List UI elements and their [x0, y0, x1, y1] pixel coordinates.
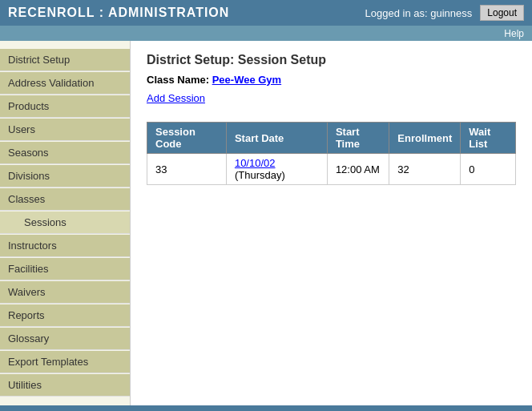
sidebar-item-divisions[interactable]: Divisions	[0, 165, 130, 187]
table-body: 3310/10/02 (Thursday)12:00 AM320	[147, 154, 516, 185]
add-session-link[interactable]: Add Session	[147, 92, 205, 104]
table-header: Session CodeStart DateStart TimeEnrollme…	[147, 123, 516, 154]
sidebar-item-waivers[interactable]: Waivers	[0, 281, 130, 304]
sidebar: District SetupAddress ValidationProducts…	[0, 41, 131, 405]
table-col-enrollment: Enrollment	[389, 123, 461, 154]
sidebar-item-users[interactable]: Users	[0, 119, 130, 141]
content-area: District Setup: Session Setup Class Name…	[131, 41, 532, 405]
help-link[interactable]: Help	[504, 28, 524, 39]
table-col-start-date: Start Date	[226, 123, 327, 154]
logged-in-label: Logged in as: guinness	[365, 7, 473, 19]
app-title: RECENROLL : ADMINISTRATION	[8, 6, 229, 20]
sidebar-item-instructors[interactable]: Instructors	[0, 235, 130, 257]
sidebar-item-facilities[interactable]: Facilities	[0, 258, 130, 280]
class-name-line: Class Name: Pee-Wee Gym	[147, 74, 516, 86]
wait-list-cell: 0	[461, 154, 516, 185]
logout-button[interactable]: Logout	[480, 5, 524, 21]
footer-nav: AdministrationProducts Quick SaleRegistr…	[0, 405, 532, 411]
table-row: 3310/10/02 (Thursday)12:00 AM320	[147, 154, 516, 185]
class-name-label: Class Name:	[147, 74, 209, 86]
table-col-session-code: Session Code	[147, 123, 227, 154]
sidebar-item-utilities[interactable]: Utilities	[0, 374, 130, 397]
main-layout: District SetupAddress ValidationProducts…	[0, 41, 532, 405]
start-date-link[interactable]: 10/10/02	[235, 157, 276, 169]
sidebar-item-address-validation[interactable]: Address Validation	[0, 72, 130, 95]
header-right: Logged in as: guinness Logout	[365, 5, 524, 21]
sidebar-item-export-templates[interactable]: Export Templates	[0, 351, 130, 373]
sidebar-item-sessions[interactable]: Sessions	[0, 212, 130, 234]
sidebar-item-district-setup[interactable]: District Setup	[0, 49, 130, 71]
class-name-link[interactable]: Pee-Wee Gym	[212, 74, 281, 86]
help-bar: Help	[0, 26, 532, 41]
table-col-wait-list: Wait List	[461, 123, 516, 154]
start-date-cell: 10/10/02 (Thursday)	[226, 154, 327, 185]
sidebar-item-glossary[interactable]: Glossary	[0, 328, 130, 350]
page-title: District Setup: Session Setup	[147, 53, 516, 67]
sidebar-item-seasons[interactable]: Seasons	[0, 142, 130, 164]
header: RECENROLL : ADMINISTRATION Logged in as:…	[0, 0, 532, 26]
sidebar-item-classes[interactable]: Classes	[0, 188, 130, 211]
sidebar-item-products[interactable]: Products	[0, 95, 130, 118]
sidebar-item-reports[interactable]: Reports	[0, 304, 130, 327]
enrollment-cell: 32	[389, 154, 461, 185]
table-col-start-time: Start Time	[327, 123, 389, 154]
session-code-cell: 33	[147, 154, 227, 185]
start-time-cell: 12:00 AM	[327, 154, 389, 185]
session-table: Session CodeStart DateStart TimeEnrollme…	[147, 122, 516, 185]
